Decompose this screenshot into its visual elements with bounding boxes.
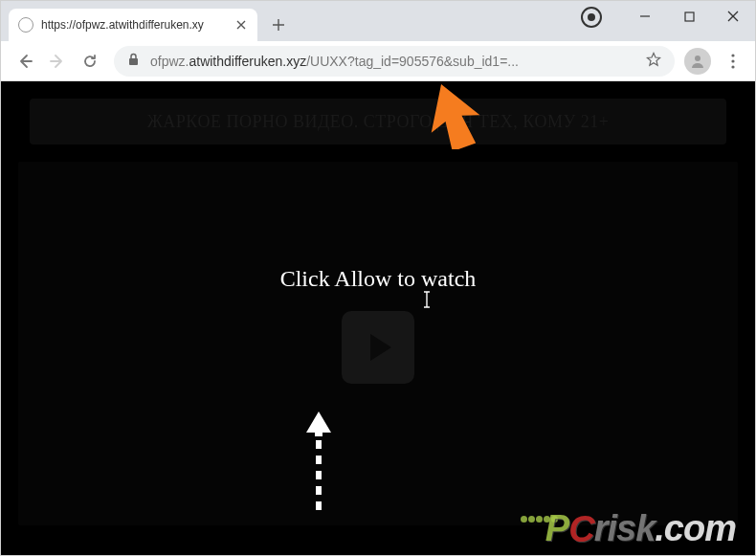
url-host: atwithdifferuken.xyz	[189, 54, 306, 69]
close-tab-button[interactable]	[234, 18, 248, 32]
svg-point-3	[731, 54, 734, 56]
watermark-dot: .com	[655, 508, 736, 548]
watermark-p: P	[545, 508, 568, 548]
maximize-button[interactable]	[667, 1, 711, 32]
window-controls	[623, 1, 755, 32]
allow-prompt-text: Click Allow to watch	[280, 266, 477, 292]
reload-button[interactable]	[76, 47, 104, 76]
address-bar[interactable]: ofpwz.atwithdifferuken.xyz/UUXX?tag_id=9…	[114, 46, 675, 77]
url-path: /UUXX?tag_id=905576&sub_id1=...	[306, 54, 519, 69]
url-host-prefix: ofpwz.	[150, 54, 189, 69]
video-player-area: Click Allow to watch	[18, 162, 738, 525]
profile-avatar[interactable]	[684, 48, 711, 75]
browser-window: https://ofpwz.atwithdifferuken.xy	[0, 0, 756, 556]
page-content: ЖАРКОЕ ПОРНО ВИДЕО. СТРОГО ДЛЯ ТЕХ, КОМУ…	[1, 81, 755, 555]
svg-point-4	[731, 59, 734, 62]
watermark-text: PCrisk.com	[545, 508, 736, 549]
svg-rect-1	[129, 58, 138, 65]
svg-rect-0	[685, 12, 694, 21]
play-icon	[370, 334, 391, 361]
svg-point-2	[695, 56, 700, 61]
browser-tab[interactable]: https://ofpwz.atwithdifferuken.xy	[9, 9, 257, 41]
globe-icon	[18, 17, 33, 33]
bookmark-star-icon[interactable]	[646, 52, 661, 71]
forward-button[interactable]	[43, 47, 72, 76]
close-window-button[interactable]	[711, 1, 755, 32]
lock-icon	[127, 53, 141, 70]
toolbar: ofpwz.atwithdifferuken.xyz/UUXX?tag_id=9…	[1, 41, 755, 81]
titlebar: https://ofpwz.atwithdifferuken.xy	[1, 1, 755, 41]
banner-text: ЖАРКОЕ ПОРНО ВИДЕО. СТРОГО ДЛЯ ТЕХ, КОМУ…	[30, 99, 726, 145]
svg-point-5	[731, 65, 734, 68]
watermark-c: C	[568, 509, 593, 550]
kebab-menu-button[interactable]	[721, 54, 745, 69]
play-button[interactable]	[342, 311, 414, 384]
url-text: ofpwz.atwithdifferuken.xyz/UUXX?tag_id=9…	[150, 54, 638, 69]
new-tab-button[interactable]	[265, 11, 292, 38]
record-icon[interactable]	[581, 7, 602, 28]
tab-title: https://ofpwz.atwithdifferuken.xy	[41, 18, 229, 32]
minimize-button[interactable]	[623, 1, 667, 32]
back-button[interactable]	[11, 47, 39, 76]
watermark-rest: risk	[594, 508, 656, 548]
